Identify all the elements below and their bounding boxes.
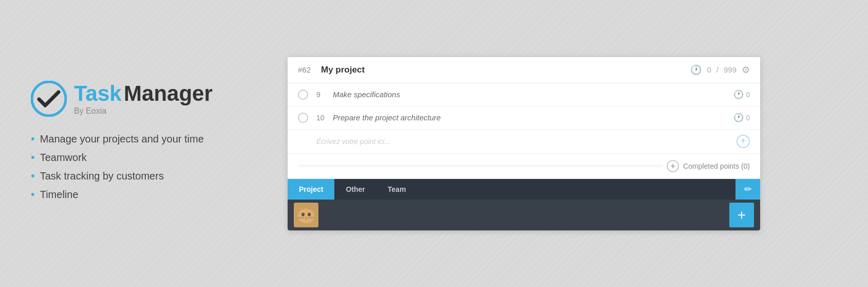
- tab-spacer: [417, 179, 735, 200]
- completed-divider: [298, 166, 663, 166]
- card-header-right: 🕐 0 / 999 ⚙: [690, 64, 750, 76]
- card-title: My project: [321, 65, 690, 75]
- svg-point-8: [308, 212, 311, 216]
- logo-byeoxia: By Eoxia: [74, 106, 213, 116]
- task-input-placeholder: Écrivez votre point ici...: [298, 137, 737, 146]
- task-name-2: Prepare the project architecture: [333, 113, 733, 122]
- progress-separator: /: [716, 65, 719, 74]
- task-checkbox-2[interactable]: [298, 113, 308, 123]
- task-num-1: 9: [316, 91, 327, 99]
- add-point-button[interactable]: +: [737, 135, 750, 148]
- edit-button[interactable]: ✏: [735, 179, 760, 200]
- svg-point-2: [298, 209, 314, 223]
- task-row-2: 10 Prepare the project architecture 🕐 0: [288, 106, 760, 130]
- gear-icon[interactable]: ⚙: [742, 64, 750, 76]
- progress-total: 999: [724, 65, 737, 74]
- add-button[interactable]: +: [729, 203, 754, 227]
- tab-other[interactable]: Other: [334, 179, 376, 200]
- task-time-2: 🕐 0: [733, 113, 750, 122]
- completed-row: + Completed points (0): [288, 154, 760, 179]
- tab-bar: Project Other Team ✏: [288, 179, 760, 200]
- completed-icon[interactable]: +: [667, 160, 679, 172]
- logo-icon: [31, 81, 67, 117]
- right-panel: #62 My project 🕐 0 / 999 ⚙ 9 Make specif…: [288, 57, 868, 230]
- task-time-1: 🕐 0: [733, 89, 750, 99]
- left-panel: Task Manager By Eoxia Manage your projec…: [0, 60, 288, 227]
- task-time-value-1: 0: [746, 91, 750, 99]
- card-id: #62: [298, 65, 311, 74]
- task-time-value-2: 0: [746, 114, 750, 122]
- completed-label: Completed points (0): [683, 162, 750, 170]
- task-name-1: Make specifications: [333, 90, 733, 99]
- feature-item-1: Manage your projects and your time: [31, 132, 257, 146]
- bottom-bar: +: [288, 200, 760, 230]
- clock-icon: 🕐: [690, 64, 702, 76]
- input-row: Écrivez votre point ici... +: [288, 130, 760, 154]
- logo-area: Task Manager By Eoxia: [31, 81, 257, 117]
- feature-item-2: Teamwork: [31, 151, 257, 164]
- logo-manager: Manager: [124, 81, 213, 105]
- task-num-2: 10: [316, 114, 327, 122]
- tab-team[interactable]: Team: [376, 179, 418, 200]
- task-clock-icon-1: 🕐: [733, 89, 744, 99]
- task-clock-icon-2: 🕐: [733, 113, 744, 122]
- avatar: [294, 203, 318, 227]
- progress-current: 0: [707, 65, 711, 74]
- tab-project[interactable]: Project: [288, 179, 334, 200]
- svg-point-7: [301, 212, 305, 216]
- logo-text: Task Manager By Eoxia: [74, 82, 213, 116]
- task-row: 9 Make specifications 🕐 0: [288, 83, 760, 106]
- features-list: Manage your projects and your time Teamw…: [31, 132, 257, 201]
- logo-task: Task: [74, 81, 122, 105]
- svg-point-9: [305, 217, 307, 218]
- feature-item-3: Task tracking by customers: [31, 169, 257, 183]
- card-header: #62 My project 🕐 0 / 999 ⚙: [288, 57, 760, 83]
- task-checkbox-1[interactable]: [298, 89, 308, 100]
- task-card: #62 My project 🕐 0 / 999 ⚙ 9 Make specif…: [288, 57, 760, 230]
- svg-point-0: [32, 82, 66, 116]
- feature-item-4: Timeline: [31, 188, 257, 201]
